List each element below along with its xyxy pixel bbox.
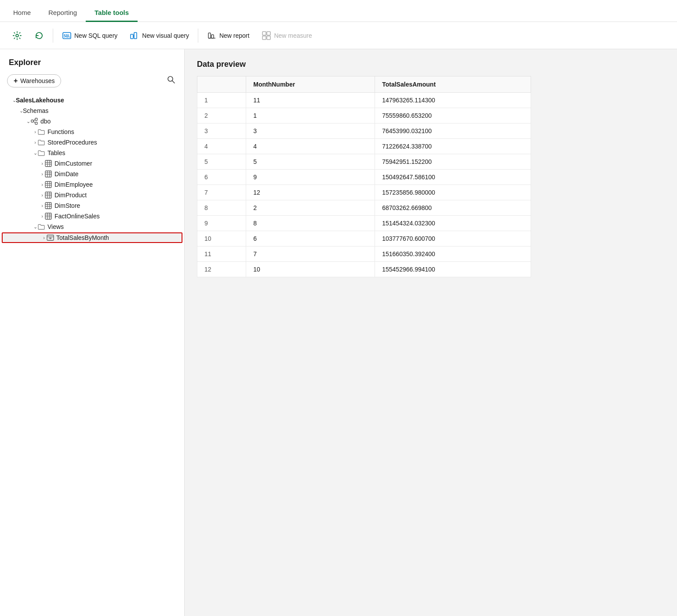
svg-rect-17: [35, 118, 37, 120]
chevron-right-icon: ›: [7, 192, 42, 198]
table-row: 2 1 75559860.653200: [197, 108, 531, 123]
table-row: 6 9 150492647.586100: [197, 170, 531, 185]
table-row: 3 3 76453990.032100: [197, 123, 531, 139]
tree-node-functions[interactable]: › Functions: [0, 127, 184, 137]
svg-point-14: [168, 76, 173, 81]
schemas-label: Schemas: [23, 107, 48, 114]
cell-monthnumber: 8: [246, 216, 375, 231]
tree-node-totalsalesbymonth[interactable]: › TotalSalesByMonth: [2, 232, 182, 243]
new-sql-query-button[interactable]: SQL New SQL query: [57, 28, 123, 43]
cell-rownum: 8: [197, 200, 246, 216]
tree-node-dimdate[interactable]: › DimDate: [0, 169, 184, 179]
chevron-right-icon: ›: [7, 214, 42, 219]
table-icon: [44, 192, 53, 199]
functions-label: Functions: [47, 128, 74, 135]
tree-node-storedprocedures[interactable]: › StoredProcedures: [0, 137, 184, 148]
measure-icon: [262, 31, 271, 40]
data-preview-title: Data preview: [197, 60, 665, 69]
explorer-toolbar: + Warehouses: [0, 73, 184, 95]
cell-rownum: 1: [197, 93, 246, 108]
tree: ⌄ SalesLakehouse ⌄ Schemas ⌄: [0, 95, 184, 250]
chevron-down-icon: ⌄: [7, 224, 35, 230]
svg-rect-18: [35, 122, 37, 124]
chevron-down-icon: ⌄: [7, 98, 14, 103]
svg-rect-4: [134, 33, 137, 39]
sql-icon: SQL: [62, 31, 72, 40]
new-report-button[interactable]: New report: [202, 28, 255, 43]
factonlinesales-label: FactOnlineSales: [55, 213, 100, 220]
settings-button[interactable]: [7, 28, 27, 43]
refresh-button[interactable]: [29, 28, 49, 43]
chevron-down-icon: ⌄: [7, 108, 21, 114]
tree-node-dimstore[interactable]: › DimStore: [0, 200, 184, 211]
tab-reporting[interactable]: Reporting: [40, 4, 86, 22]
cell-monthnumber: 4: [246, 139, 375, 154]
cell-monthnumber: 11: [246, 93, 375, 108]
views-label: Views: [47, 223, 64, 230]
table-icon: [44, 202, 53, 209]
table-icon: [44, 170, 53, 178]
cell-monthnumber: 3: [246, 123, 375, 139]
table-row: 4 4 71226624.338700: [197, 139, 531, 154]
new-measure-button[interactable]: New measure: [256, 28, 317, 43]
tree-node-dimemployee[interactable]: › DimEmployee: [0, 179, 184, 190]
cell-rownum: 6: [197, 170, 246, 185]
tree-node-schemas[interactable]: ⌄ Schemas: [0, 105, 184, 116]
add-warehouse-button[interactable]: + Warehouses: [7, 74, 61, 87]
table-row: 8 2 68703262.669800: [197, 200, 531, 216]
table-row: 1 11 147963265.114300: [197, 93, 531, 108]
cell-rownum: 5: [197, 154, 246, 170]
folder-icon: [37, 224, 46, 230]
cell-totalsales: 103777670.600700: [375, 231, 531, 246]
saleslakehouse-label: SalesLakehouse: [16, 97, 64, 104]
svg-rect-7: [211, 35, 214, 38]
tables-label: Tables: [47, 149, 65, 156]
svg-point-0: [16, 34, 18, 37]
cell-totalsales: 75942951.152200: [375, 154, 531, 170]
cell-rownum: 3: [197, 123, 246, 139]
svg-text:SQL: SQL: [64, 34, 70, 38]
col-header-totalsalesamount: TotalSalesAmount: [375, 76, 531, 93]
cell-rownum: 9: [197, 216, 246, 231]
add-warehouse-label: Warehouses: [20, 77, 55, 84]
folder-icon: [37, 139, 46, 145]
tree-node-tables[interactable]: ⌄ Tables: [0, 148, 184, 158]
cell-totalsales: 75559860.653200: [375, 108, 531, 123]
chevron-right-icon: ›: [7, 182, 42, 187]
storedprocedures-label: StoredProcedures: [47, 139, 97, 146]
chevron-right-icon: ›: [7, 140, 35, 145]
table-icon: [44, 213, 53, 220]
divider-1: [53, 29, 53, 43]
dimproduct-label: DimProduct: [55, 192, 87, 199]
svg-rect-36: [45, 192, 51, 198]
tree-node-dbo[interactable]: ⌄ dbo: [0, 116, 184, 127]
tree-node-dimproduct[interactable]: › DimProduct: [0, 190, 184, 200]
cell-totalsales: 76453990.032100: [375, 123, 531, 139]
cell-totalsales: 155452966.994100: [375, 262, 531, 277]
svg-rect-6: [208, 33, 211, 38]
dbo-label: dbo: [40, 118, 51, 125]
tree-node-dimcustomer[interactable]: › DimCustomer: [0, 158, 184, 169]
table-row: 11 7 151660350.392400: [197, 246, 531, 262]
svg-line-15: [172, 81, 175, 83]
search-button[interactable]: [165, 73, 177, 88]
totalsalesbymonth-label: TotalSalesByMonth: [56, 234, 109, 241]
explorer-title: Explorer: [0, 58, 184, 73]
dimstore-label: DimStore: [55, 202, 80, 209]
preview-table: MonthNumber TotalSalesAmount 1 11 147963…: [197, 76, 531, 277]
cell-totalsales: 150492647.586100: [375, 170, 531, 185]
tab-tabletools[interactable]: Table tools: [86, 4, 138, 22]
tree-node-factonlinesales[interactable]: › FactOnlineSales: [0, 211, 184, 221]
cell-monthnumber: 9: [246, 170, 375, 185]
cell-monthnumber: 12: [246, 185, 375, 200]
dimdate-label: DimDate: [55, 170, 78, 178]
tree-node-views[interactable]: ⌄ Views: [0, 221, 184, 232]
tree-node-saleslakehouse[interactable]: ⌄ SalesLakehouse: [0, 95, 184, 105]
search-icon: [167, 77, 175, 86]
tab-home[interactable]: Home: [4, 4, 40, 22]
new-visual-query-button[interactable]: New visual query: [124, 28, 194, 43]
cell-rownum: 11: [197, 246, 246, 262]
divider-2: [198, 29, 198, 43]
svg-rect-16: [31, 120, 33, 122]
cell-monthnumber: 10: [246, 262, 375, 277]
